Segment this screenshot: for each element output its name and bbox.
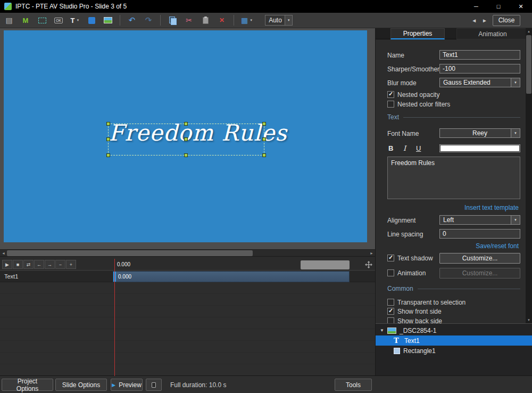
canvas-horizontal-scrollbar[interactable]: ◄ ►: [0, 249, 375, 256]
main-toolbar: ▤ M OK T▼ ↶ ↷ ✂ ✕ ▦▼ Auto ▼ ◄ ► Close: [0, 13, 532, 28]
mask-tool-icon[interactable]: M: [21, 14, 30, 26]
layer-row-text-selected[interactable]: T Text1: [376, 335, 532, 346]
timeline-clip[interactable]: 0.000: [113, 271, 350, 282]
layer-row-rectangle[interactable]: Rectangle1: [376, 346, 532, 356]
selected-text-object[interactable]: Freedom Rules: [108, 124, 264, 155]
slide-canvas[interactable]: Freedom Rules: [4, 30, 367, 242]
undo-icon[interactable]: ↶: [127, 14, 137, 26]
button-tool-icon[interactable]: OK: [54, 14, 63, 26]
text-shadow-label: Text shadow: [397, 255, 433, 262]
cut-icon[interactable]: ✂: [184, 14, 194, 26]
common-section-label: Common: [387, 285, 413, 292]
visible-range-indicator[interactable]: [301, 260, 350, 269]
close-icon[interactable]: ✕: [510, 0, 532, 13]
nested-color-filters-checkbox[interactable]: [387, 101, 394, 108]
remove-point-button[interactable]: −: [55, 260, 65, 269]
pan-timeline-icon[interactable]: [365, 261, 372, 270]
insert-text-template-link[interactable]: Insert text template: [464, 204, 519, 211]
selection-handle[interactable]: [184, 122, 188, 126]
play-button[interactable]: ▶: [2, 260, 12, 269]
grid-caret-icon: ▼: [250, 19, 253, 22]
alignment-dropdown[interactable]: Left ▼: [439, 215, 520, 225]
show-front-side-checkbox[interactable]: [387, 308, 394, 315]
delete-icon[interactable]: ✕: [217, 14, 227, 26]
save-reset-font-link[interactable]: Save/reset font: [476, 242, 519, 250]
selection-handle[interactable]: [262, 122, 266, 126]
transparent-to-selection-label: Transparent to selection: [397, 299, 466, 306]
dropdown-caret-icon[interactable]: ▼: [511, 78, 520, 87]
alignment-value: Left: [443, 216, 454, 224]
slide-options-button[interactable]: Slide Options: [55, 379, 107, 391]
copy-icon[interactable]: [168, 14, 177, 26]
project-options-button[interactable]: Project Options: [2, 379, 53, 391]
rectangle-tool-icon[interactable]: [87, 14, 96, 26]
scroll-down-icon[interactable]: ▼: [526, 317, 532, 323]
scroll-up-icon[interactable]: ▲: [526, 28, 532, 35]
next-point-button[interactable]: →: [45, 260, 55, 269]
minimize-icon[interactable]: ─: [465, 0, 487, 13]
scrollbar-thumb[interactable]: [526, 35, 531, 94]
chevron-down-icon[interactable]: ▼: [380, 328, 386, 333]
redo-icon[interactable]: ↷: [144, 14, 153, 26]
selection-handle[interactable]: [106, 153, 110, 157]
sharper-input[interactable]: [439, 64, 520, 73]
add-point-button[interactable]: +: [66, 260, 76, 269]
slide-view-icon[interactable]: ▤: [4, 14, 14, 26]
shadow-customize-button[interactable]: Customize...: [439, 253, 520, 264]
stop-button[interactable]: ■: [13, 260, 23, 269]
selection-handle[interactable]: [106, 137, 110, 141]
animation-label: Animation: [397, 269, 426, 277]
line-spacing-row: Line spacing: [376, 229, 532, 240]
show-front-side-label: Show front side: [397, 308, 442, 315]
selection-center-handle[interactable]: [184, 137, 188, 141]
prev-slide-icon[interactable]: ◄: [471, 18, 477, 23]
dropdown-caret-icon[interactable]: ▼: [511, 129, 520, 137]
layer-row-image[interactable]: ▼ _DSC2854-1: [376, 325, 532, 335]
add-image-icon[interactable]: [103, 14, 113, 26]
zoom-select[interactable]: Auto ▼: [265, 15, 293, 26]
animation-checkbox[interactable]: [387, 269, 394, 276]
paste-icon[interactable]: [201, 14, 210, 26]
nested-opacity-checkbox[interactable]: [387, 91, 394, 98]
mini-player-button[interactable]: [146, 379, 162, 391]
text-shadow-row: Text shadow Customize...: [376, 253, 532, 264]
frame-tool-icon[interactable]: [37, 14, 47, 26]
tools-button[interactable]: Tools: [335, 379, 372, 391]
close-editor-button[interactable]: Close: [493, 15, 520, 26]
text-shadow-checkbox[interactable]: [387, 255, 394, 261]
tab-animation[interactable]: Animation: [456, 28, 529, 39]
font-style-row: B I U: [376, 143, 532, 153]
selection-handle[interactable]: [184, 153, 188, 157]
zoom-caret-icon[interactable]: ▼: [285, 15, 292, 25]
maximize-icon[interactable]: □: [487, 0, 510, 13]
font-color-swatch[interactable]: [439, 144, 520, 152]
transparent-to-selection-checkbox[interactable]: [387, 299, 394, 306]
timeline-body[interactable]: [0, 282, 375, 376]
bold-button[interactable]: B: [388, 144, 393, 152]
name-input[interactable]: [439, 50, 520, 60]
toolbar-separator: [160, 15, 161, 26]
selection-handle[interactable]: [106, 122, 110, 126]
text-tool-icon[interactable]: T▼: [70, 14, 80, 26]
font-name-dropdown[interactable]: Reey ▼: [439, 128, 520, 138]
preview-button[interactable]: ▶ Preview: [111, 379, 143, 391]
next-slide-icon[interactable]: ►: [482, 18, 487, 23]
sharper-label: Sharper/Smoother: [387, 66, 439, 73]
swap-points-button[interactable]: ⇄: [23, 260, 34, 269]
panel-vertical-scrollbar[interactable]: ▲ ▼: [526, 28, 532, 323]
blur-mode-dropdown[interactable]: Gauss Extended ▼: [439, 78, 520, 87]
grid-icon[interactable]: ▦▼: [241, 14, 253, 26]
underline-button[interactable]: U: [416, 144, 421, 152]
text-content-textarea[interactable]: Freedom Rules: [387, 157, 520, 199]
play-icon: ▶: [112, 382, 115, 388]
italic-button[interactable]: I: [403, 144, 406, 152]
playhead-line[interactable]: [114, 259, 115, 376]
selection-handle[interactable]: [262, 137, 266, 141]
scrollbar-thumb[interactable]: [7, 250, 253, 256]
clip-time-label: 0.000: [118, 274, 131, 280]
tab-properties[interactable]: Properties: [390, 28, 445, 39]
prev-point-button[interactable]: ←: [34, 260, 44, 269]
line-spacing-input[interactable]: [439, 229, 520, 239]
selection-handle[interactable]: [262, 153, 266, 157]
dropdown-caret-icon[interactable]: ▼: [511, 216, 520, 224]
